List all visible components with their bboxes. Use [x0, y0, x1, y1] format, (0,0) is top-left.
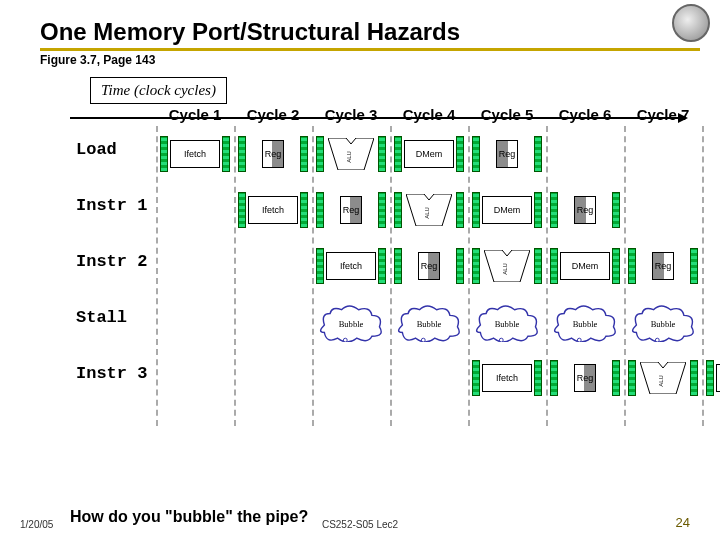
stage-ifetch: Ifetch [166, 136, 224, 172]
vertical-letter: r [0, 332, 6, 352]
svg-point-11 [499, 338, 503, 342]
svg-text:ALU: ALU [502, 263, 508, 275]
pipeline-diagram: Instr.Order Cycle 1Cycle 2Cycle 3Cycle 4… [18, 106, 710, 426]
instr-order-label: Instr.Order [0, 134, 6, 352]
svg-point-9 [421, 338, 425, 342]
row-label: Load [76, 140, 117, 159]
stage-ifetch: Ifetch [478, 360, 536, 396]
vertical-letter: t [0, 194, 6, 214]
cycle-header: Cycle 4 [390, 106, 468, 123]
bubble-icon: Bubble [394, 304, 464, 342]
stage-ifetch: Ifetch [322, 248, 380, 284]
figure-subtitle: Figure 3.7, Page 143 [0, 51, 720, 73]
stage-reg: Reg [634, 248, 692, 284]
stage-dmem: DMem [712, 360, 720, 396]
footer-page: 24 [676, 515, 690, 530]
svg-text:ALU: ALU [658, 375, 664, 387]
svg-text:Bubble: Bubble [495, 319, 520, 329]
time-label: Time (clock cycles) [90, 77, 227, 104]
stage-alu: ALU [400, 192, 458, 228]
bubble-icon: Bubble [550, 304, 620, 342]
row-label: Instr 3 [76, 364, 147, 383]
pipeline-row: Instr 1IfetchReg ALU DMemReg [70, 188, 710, 238]
cycle-header: Cycle 1 [156, 106, 234, 123]
pipeline-row: Stall Bubble Bubble Bubble Bubble Bubble [70, 300, 710, 350]
vertical-letter: e [0, 312, 6, 332]
pipeline-row: Instr 3IfetchReg ALU DMemReg [70, 356, 710, 406]
vertical-letter: r [0, 272, 6, 292]
question-text: How do you "bubble" the pipe? [70, 508, 308, 526]
vertical-letter: r. [0, 214, 6, 234]
vertical-letter: O [0, 252, 6, 272]
svg-point-13 [577, 338, 581, 342]
cycle-header: Cycle 2 [234, 106, 312, 123]
stage-ifetch: Ifetch [244, 192, 302, 228]
svg-text:Bubble: Bubble [339, 319, 364, 329]
stage-alu: ALU [634, 360, 692, 396]
footer-date: 1/20/05 [20, 519, 53, 530]
svg-text:Bubble: Bubble [417, 319, 442, 329]
stage-reg: Reg [478, 136, 536, 172]
svg-point-15 [655, 338, 659, 342]
pipeline-row: LoadIfetchReg ALU DMemReg [70, 132, 710, 182]
stage-reg: Reg [400, 248, 458, 284]
stage-dmem: DMem [478, 192, 536, 228]
svg-text:Bubble: Bubble [573, 319, 598, 329]
stage-dmem: DMem [400, 136, 458, 172]
stage-alu: ALU [322, 136, 380, 172]
svg-text:ALU: ALU [346, 151, 352, 163]
svg-text:Bubble: Bubble [651, 319, 676, 329]
cycle-header: Cycle 3 [312, 106, 390, 123]
row-label: Instr 2 [76, 252, 147, 271]
row-label: Stall [76, 308, 127, 327]
vertical-letter: I [0, 134, 6, 154]
stage-reg: Reg [322, 192, 380, 228]
vertical-letter: d [0, 292, 6, 312]
cycle-header: Cycle 6 [546, 106, 624, 123]
vertical-letter: n [0, 154, 6, 174]
svg-text:ALU: ALU [424, 207, 430, 219]
cycle-header: Cycle 7 [624, 106, 702, 123]
footer-course: CS252-S05 Lec2 [322, 519, 398, 530]
pipeline-row: Instr 2IfetchReg ALU DMemReg [70, 244, 710, 294]
vertical-letter: s [0, 174, 6, 194]
stage-reg: Reg [556, 192, 614, 228]
stage-dmem: DMem [556, 248, 614, 284]
stage-reg: Reg [244, 136, 302, 172]
bubble-icon: Bubble [472, 304, 542, 342]
seal-logo [672, 4, 710, 42]
stage-reg: Reg [556, 360, 614, 396]
cycle-header: Cycle 5 [468, 106, 546, 123]
page-title: One Memory Port/Structural Hazards [0, 0, 720, 48]
bubble-icon: Bubble [316, 304, 386, 342]
row-label: Instr 1 [76, 196, 147, 215]
time-axis: Time (clock cycles) [0, 77, 720, 104]
stage-alu: ALU [478, 248, 536, 284]
bubble-icon: Bubble [628, 304, 698, 342]
svg-point-7 [343, 338, 347, 342]
